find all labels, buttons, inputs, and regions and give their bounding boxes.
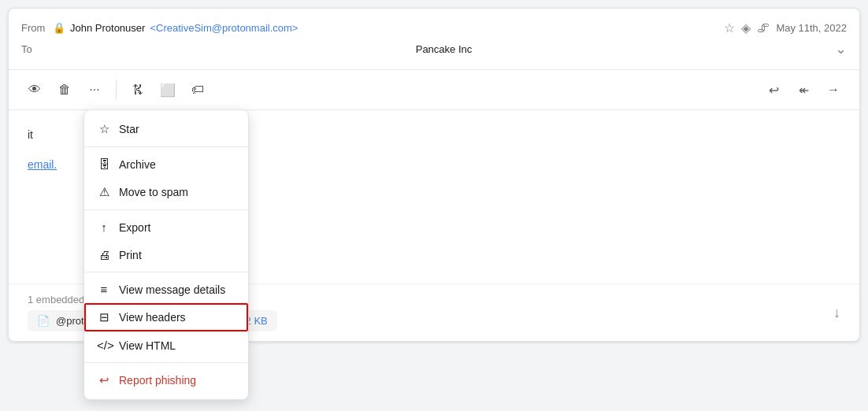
email-date: May 11th, 2022: [776, 22, 847, 34]
reply-all-icon: ↞: [799, 83, 809, 98]
menu-phishing-label: Report phishing: [119, 374, 196, 387]
view-button[interactable]: 👁: [21, 76, 48, 103]
menu-export[interactable]: ↑ Export: [84, 213, 248, 241]
file-icon: 📄: [37, 315, 50, 327]
trash-icon: 🗑: [58, 83, 71, 97]
send-icon[interactable]: ◈: [741, 20, 751, 35]
filter-button[interactable]: ⛕: [124, 76, 151, 103]
forward-button[interactable]: →: [820, 76, 847, 103]
menu-divider-1: [84, 146, 248, 147]
spam-icon: ⚠: [97, 185, 111, 199]
menu-print-label: Print: [119, 249, 142, 261]
from-content: 🔒 John Protonuser <CreativeSim@protonmai…: [53, 22, 724, 34]
from-label: From: [21, 22, 53, 34]
menu-report-phishing[interactable]: ↩ Report phishing: [84, 366, 248, 394]
sender-name: John Protonuser: [70, 22, 145, 34]
body-text-1: it: [28, 128, 33, 141]
star-menu-icon: ☆: [97, 122, 111, 136]
tag-icon: 🏷: [191, 83, 204, 97]
email-toolbar: 👁 🗑 ··· ⛕ ⬜ 🏷 ↩ ↞: [9, 70, 859, 110]
reply-back-button[interactable]: ↩: [760, 76, 787, 103]
reply-all-button[interactable]: ↞: [790, 76, 817, 103]
star-icon[interactable]: ☆: [724, 20, 735, 35]
expand-to-icon[interactable]: ⌄: [835, 40, 847, 57]
menu-details-label: View message details: [119, 283, 225, 296]
menu-move-to-spam[interactable]: ⚠ Move to spam: [84, 178, 248, 206]
headers-icon: ⊟: [97, 310, 111, 324]
print-icon: 🖨: [97, 248, 111, 261]
menu-archive[interactable]: 🗄 Archive: [84, 150, 248, 178]
body-link[interactable]: email.: [28, 158, 57, 171]
html-icon: </>: [97, 339, 111, 352]
menu-divider-2: [84, 209, 248, 210]
tag-button[interactable]: 🏷: [184, 76, 211, 103]
delete-button[interactable]: 🗑: [51, 76, 78, 103]
email-header: From 🔒 John Protonuser <CreativeSim@prot…: [9, 9, 859, 70]
recipient-name: Pancake Inc: [416, 43, 473, 55]
archive-icon: 🗄: [97, 157, 111, 171]
eye-icon: 👁: [28, 83, 41, 97]
more-button[interactable]: ···: [81, 76, 108, 103]
menu-star-label: Star: [119, 123, 139, 135]
body-text-2: email.: [28, 158, 57, 171]
toolbar-left: 👁 🗑 ··· ⛕ ⬜ 🏷: [21, 76, 211, 103]
menu-print[interactable]: 🖨 Print: [84, 241, 248, 268]
forward-icon: →: [827, 83, 840, 97]
toolbar-divider: [116, 80, 117, 99]
export-icon: ↑: [97, 220, 111, 234]
menu-archive-label: Archive: [119, 158, 156, 171]
toolbar-right: ↩ ↞ →: [760, 76, 847, 103]
layout-icon: ⬜: [160, 83, 176, 98]
menu-divider-4: [84, 362, 248, 363]
reply-back-icon: ↩: [769, 83, 779, 98]
to-label: To: [21, 43, 53, 55]
details-icon: ≡: [97, 283, 111, 296]
more-icon: ···: [89, 83, 99, 97]
attach-icon[interactable]: 🖇: [757, 21, 770, 35]
context-menu: ☆ Star 🗄 Archive ⚠ Move to spam ↑ Export…: [83, 109, 249, 400]
menu-divider-3: [84, 272, 248, 272]
menu-view-message-details[interactable]: ≡ View message details: [84, 276, 248, 303]
to-content: Pancake Inc: [416, 43, 473, 55]
layout-button[interactable]: ⬜: [154, 76, 181, 103]
menu-spam-label: Move to spam: [119, 186, 188, 198]
menu-html-label: View HTML: [119, 339, 176, 352]
menu-star[interactable]: ☆ Star: [84, 115, 248, 143]
menu-export-label: Export: [119, 221, 150, 234]
menu-view-headers[interactable]: ⊟ View headers: [84, 303, 248, 331]
lock-icon: 🔒: [53, 22, 65, 34]
to-row: To Pancake Inc ⌄: [21, 38, 847, 60]
phishing-icon: ↩: [97, 373, 111, 387]
filter-icon: ⛕: [132, 83, 144, 97]
sender-email: <CreativeSim@protonmail.com>: [150, 22, 298, 34]
menu-view-html[interactable]: </> View HTML: [84, 331, 248, 359]
download-icon[interactable]: ↓: [833, 305, 840, 321]
email-container: From 🔒 John Protonuser <CreativeSim@prot…: [8, 8, 860, 342]
menu-headers-label: View headers: [119, 311, 186, 324]
header-actions: ☆ ◈ 🖇 May 11th, 2022: [724, 20, 847, 35]
from-row: From 🔒 John Protonuser <CreativeSim@prot…: [21, 18, 847, 38]
